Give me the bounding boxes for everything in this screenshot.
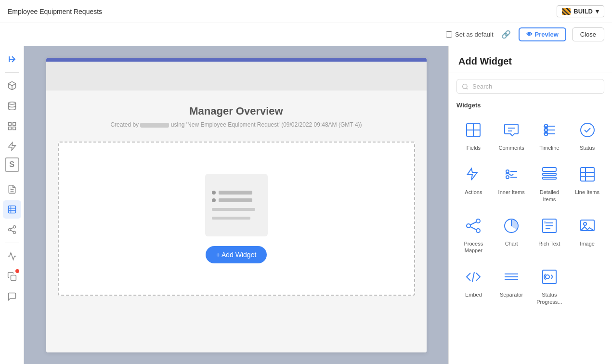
svg-point-49 (467, 224, 470, 228)
widget-embed[interactable]: Embed (456, 261, 491, 309)
widget-inner-items[interactable]: Inner Items (495, 159, 529, 207)
eye-icon: 👁 (526, 31, 533, 38)
svg-point-36 (581, 123, 594, 137)
widget-chart[interactable]: Chart (495, 210, 529, 258)
set-as-default-label[interactable]: Set as default (446, 31, 494, 38)
preview-label: Preview (535, 31, 559, 38)
chevron-down-icon: ▾ (596, 8, 599, 15)
svg-rect-22 (11, 275, 16, 281)
sidebar-cube-icon[interactable] (3, 77, 21, 95)
line-items-icon (577, 164, 598, 185)
svg-point-5 (8, 102, 15, 104)
preview-dot-2 (212, 198, 216, 202)
chart-icon (501, 215, 522, 236)
svg-line-63 (472, 272, 474, 282)
search-icon (462, 83, 469, 90)
svg-rect-13 (8, 206, 15, 213)
widget-actions[interactable]: Actions (456, 159, 491, 207)
svg-point-19 (13, 231, 15, 234)
widget-status-progress[interactable]: Status Progress... (533, 261, 567, 309)
comments-label: Comments (499, 144, 524, 151)
app-title: Employee Equipment Requests (8, 8, 102, 15)
process-mapper-icon (463, 215, 484, 236)
separator-label: Separator (500, 291, 523, 298)
search-box[interactable] (456, 79, 604, 94)
rich-text-icon: ≡ (539, 215, 560, 236)
sidebar-divider-3 (5, 243, 19, 243)
sidebar-table-icon[interactable] (3, 200, 21, 219)
sidebar-share-icon[interactable] (3, 221, 21, 239)
widget-detailed-items[interactable]: Detailed Items (533, 159, 567, 207)
widget-preview-card (205, 174, 268, 236)
sidebar-document-icon[interactable] (3, 180, 21, 198)
preview-dot-1 (212, 191, 216, 195)
link-button[interactable]: 🔗 (499, 28, 513, 41)
status-icon (577, 119, 598, 141)
separator-icon (501, 266, 522, 287)
second-bar: Set as default 🔗 👁 Preview Close (0, 23, 612, 46)
close-button[interactable]: Close (572, 27, 604, 41)
widget-status[interactable]: Status (570, 115, 604, 155)
sidebar-bolt-icon[interactable] (3, 137, 21, 156)
sidebar-s-icon[interactable]: S (5, 157, 19, 172)
search-input[interactable] (472, 83, 599, 90)
widget-line-items[interactable]: Line Items (570, 159, 604, 207)
svg-point-39 (506, 176, 509, 179)
inner-items-icon (501, 164, 522, 185)
actions-icon (463, 164, 484, 185)
sidebar-collapse-icon[interactable] (3, 50, 21, 68)
right-panel-header: Add Widget (449, 46, 612, 73)
widget-timeline[interactable]: Timeline (533, 115, 567, 155)
form-top-stripe (46, 58, 427, 62)
timeline-icon (539, 119, 560, 141)
svg-rect-45 (581, 168, 594, 181)
preview-line-1 (212, 191, 252, 195)
svg-text:≡: ≡ (544, 221, 546, 225)
sidebar-analytics-icon[interactable] (3, 247, 21, 265)
sidebar-chat-icon[interactable] (3, 287, 21, 306)
preview-button[interactable]: 👁 Preview (519, 27, 566, 41)
add-widget-button[interactable]: + Add Widget (206, 246, 267, 263)
content-area: Manager Overview Created by using 'New E… (24, 46, 448, 364)
top-bar: Employee Equipment Requests BUILD ▾ (0, 0, 612, 23)
svg-point-37 (506, 170, 509, 173)
comments-icon (501, 119, 522, 141)
svg-line-24 (467, 88, 468, 89)
widgets-grid: Fields Comments Timeline (456, 115, 604, 309)
widget-process-mapper[interactable]: Process Mapper (456, 210, 491, 258)
svg-line-20 (11, 230, 13, 232)
build-badge[interactable]: BUILD ▾ (557, 5, 604, 17)
left-sidebar: S (0, 46, 24, 364)
subtitle-rest: using 'New Employee Equipment Request' (… (171, 121, 362, 128)
preview-line-thin-1 (212, 208, 255, 211)
widgets-label: Widgets (456, 102, 604, 109)
widgets-section: Widgets Fields Comments (449, 100, 612, 364)
sidebar-database-icon[interactable] (3, 97, 21, 115)
widget-image[interactable]: Image (570, 210, 604, 258)
form-card-body: Manager Overview Created by using 'New E… (46, 91, 427, 352)
chart-label: Chart (505, 240, 518, 247)
sidebar-copy-icon[interactable] (3, 267, 21, 286)
svg-line-52 (470, 222, 476, 225)
right-panel: Add Widget Widgets Fields (448, 46, 612, 364)
form-card-header (46, 62, 427, 91)
status-label: Status (580, 144, 595, 151)
svg-line-2 (8, 84, 12, 86)
build-stripes-icon (562, 8, 571, 15)
svg-point-51 (476, 229, 480, 233)
timeline-label: Timeline (539, 144, 559, 151)
svg-rect-9 (13, 127, 15, 130)
widget-comments[interactable]: Comments (495, 115, 529, 155)
preview-line-2 (212, 198, 252, 202)
sidebar-divider-1 (5, 72, 19, 73)
sidebar-grid-icon[interactable] (3, 117, 21, 135)
widget-separator[interactable]: Separator (495, 261, 529, 309)
image-icon (577, 215, 598, 236)
set-as-default-text: Set as default (455, 31, 494, 38)
notification-badge (15, 269, 19, 273)
set-as-default-checkbox[interactable] (446, 31, 452, 38)
widget-fields[interactable]: Fields (456, 115, 491, 155)
build-label: BUILD (573, 8, 593, 15)
widget-rich-text[interactable]: ≡ Rich Text (533, 210, 567, 258)
actions-label: Actions (465, 189, 482, 195)
